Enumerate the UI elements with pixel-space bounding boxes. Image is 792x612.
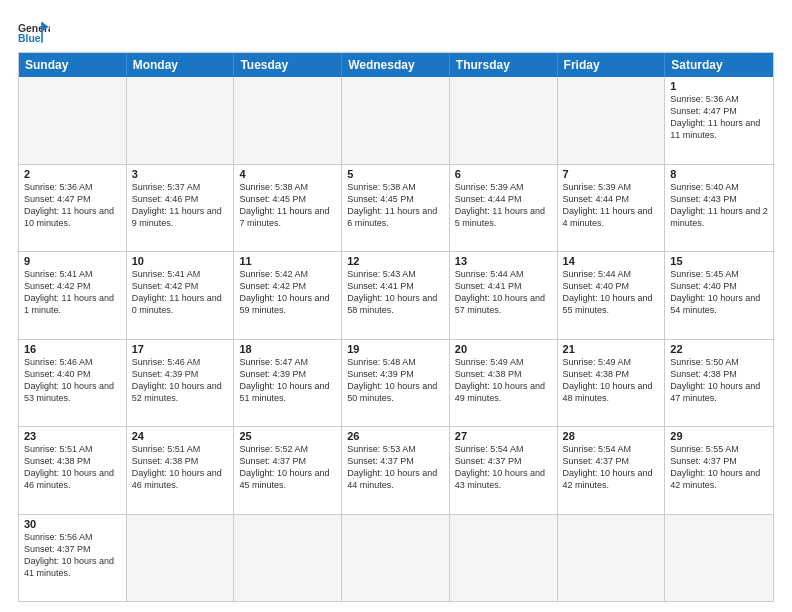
day-info: Sunrise: 5:56 AM Sunset: 4:37 PM Dayligh… (24, 531, 121, 580)
day-number: 11 (239, 255, 336, 267)
header-day-friday: Friday (558, 53, 666, 77)
day-number: 28 (563, 430, 660, 442)
day-number: 9 (24, 255, 121, 267)
header-day-monday: Monday (127, 53, 235, 77)
calendar-day-4: 4Sunrise: 5:38 AM Sunset: 4:45 PM Daylig… (234, 165, 342, 252)
logo: General Blue (18, 20, 50, 48)
day-info: Sunrise: 5:40 AM Sunset: 4:43 PM Dayligh… (670, 181, 768, 230)
calendar-day-24: 24Sunrise: 5:51 AM Sunset: 4:38 PM Dayli… (127, 427, 235, 514)
calendar-header: SundayMondayTuesdayWednesdayThursdayFrid… (19, 53, 773, 77)
calendar-day-17: 17Sunrise: 5:46 AM Sunset: 4:39 PM Dayli… (127, 340, 235, 427)
day-number: 25 (239, 430, 336, 442)
day-number: 17 (132, 343, 229, 355)
calendar-day-16: 16Sunrise: 5:46 AM Sunset: 4:40 PM Dayli… (19, 340, 127, 427)
calendar-empty-cell (558, 515, 666, 602)
day-number: 7 (563, 168, 660, 180)
day-info: Sunrise: 5:41 AM Sunset: 4:42 PM Dayligh… (132, 268, 229, 317)
page: General Blue SundayMondayTuesdayWednesda… (0, 0, 792, 612)
calendar-week-5: 23Sunrise: 5:51 AM Sunset: 4:38 PM Dayli… (19, 427, 773, 515)
day-number: 3 (132, 168, 229, 180)
day-info: Sunrise: 5:36 AM Sunset: 4:47 PM Dayligh… (670, 93, 768, 142)
day-number: 4 (239, 168, 336, 180)
calendar-empty-cell (19, 77, 127, 164)
calendar-day-3: 3Sunrise: 5:37 AM Sunset: 4:46 PM Daylig… (127, 165, 235, 252)
day-info: Sunrise: 5:47 AM Sunset: 4:39 PM Dayligh… (239, 356, 336, 405)
calendar-day-8: 8Sunrise: 5:40 AM Sunset: 4:43 PM Daylig… (665, 165, 773, 252)
calendar-day-27: 27Sunrise: 5:54 AM Sunset: 4:37 PM Dayli… (450, 427, 558, 514)
day-number: 21 (563, 343, 660, 355)
day-info: Sunrise: 5:36 AM Sunset: 4:47 PM Dayligh… (24, 181, 121, 230)
day-number: 13 (455, 255, 552, 267)
calendar-empty-cell (127, 515, 235, 602)
calendar-empty-cell (342, 515, 450, 602)
calendar-day-29: 29Sunrise: 5:55 AM Sunset: 4:37 PM Dayli… (665, 427, 773, 514)
calendar-week-4: 16Sunrise: 5:46 AM Sunset: 4:40 PM Dayli… (19, 340, 773, 428)
day-info: Sunrise: 5:46 AM Sunset: 4:39 PM Dayligh… (132, 356, 229, 405)
calendar-day-26: 26Sunrise: 5:53 AM Sunset: 4:37 PM Dayli… (342, 427, 450, 514)
day-number: 24 (132, 430, 229, 442)
day-info: Sunrise: 5:41 AM Sunset: 4:42 PM Dayligh… (24, 268, 121, 317)
calendar-day-12: 12Sunrise: 5:43 AM Sunset: 4:41 PM Dayli… (342, 252, 450, 339)
calendar-day-15: 15Sunrise: 5:45 AM Sunset: 4:40 PM Dayli… (665, 252, 773, 339)
calendar-day-23: 23Sunrise: 5:51 AM Sunset: 4:38 PM Dayli… (19, 427, 127, 514)
calendar-day-21: 21Sunrise: 5:49 AM Sunset: 4:38 PM Dayli… (558, 340, 666, 427)
day-info: Sunrise: 5:38 AM Sunset: 4:45 PM Dayligh… (347, 181, 444, 230)
day-number: 6 (455, 168, 552, 180)
day-number: 12 (347, 255, 444, 267)
calendar-empty-cell (342, 77, 450, 164)
day-info: Sunrise: 5:54 AM Sunset: 4:37 PM Dayligh… (563, 443, 660, 492)
day-info: Sunrise: 5:51 AM Sunset: 4:38 PM Dayligh… (132, 443, 229, 492)
day-info: Sunrise: 5:46 AM Sunset: 4:40 PM Dayligh… (24, 356, 121, 405)
calendar-empty-cell (558, 77, 666, 164)
calendar-week-1: 1Sunrise: 5:36 AM Sunset: 4:47 PM Daylig… (19, 77, 773, 165)
day-info: Sunrise: 5:39 AM Sunset: 4:44 PM Dayligh… (455, 181, 552, 230)
calendar-day-2: 2Sunrise: 5:36 AM Sunset: 4:47 PM Daylig… (19, 165, 127, 252)
calendar-day-1: 1Sunrise: 5:36 AM Sunset: 4:47 PM Daylig… (665, 77, 773, 164)
day-number: 1 (670, 80, 768, 92)
calendar-day-13: 13Sunrise: 5:44 AM Sunset: 4:41 PM Dayli… (450, 252, 558, 339)
day-number: 2 (24, 168, 121, 180)
calendar-day-11: 11Sunrise: 5:42 AM Sunset: 4:42 PM Dayli… (234, 252, 342, 339)
calendar-empty-cell (234, 77, 342, 164)
calendar-week-3: 9Sunrise: 5:41 AM Sunset: 4:42 PM Daylig… (19, 252, 773, 340)
header-day-sunday: Sunday (19, 53, 127, 77)
calendar-week-2: 2Sunrise: 5:36 AM Sunset: 4:47 PM Daylig… (19, 165, 773, 253)
day-info: Sunrise: 5:49 AM Sunset: 4:38 PM Dayligh… (563, 356, 660, 405)
day-number: 30 (24, 518, 121, 530)
header-day-wednesday: Wednesday (342, 53, 450, 77)
day-info: Sunrise: 5:55 AM Sunset: 4:37 PM Dayligh… (670, 443, 768, 492)
calendar-empty-cell (665, 515, 773, 602)
calendar-day-22: 22Sunrise: 5:50 AM Sunset: 4:38 PM Dayli… (665, 340, 773, 427)
header-day-thursday: Thursday (450, 53, 558, 77)
calendar-body: 1Sunrise: 5:36 AM Sunset: 4:47 PM Daylig… (19, 77, 773, 601)
day-info: Sunrise: 5:38 AM Sunset: 4:45 PM Dayligh… (239, 181, 336, 230)
calendar-empty-cell (450, 77, 558, 164)
day-number: 5 (347, 168, 444, 180)
day-number: 14 (563, 255, 660, 267)
day-info: Sunrise: 5:45 AM Sunset: 4:40 PM Dayligh… (670, 268, 768, 317)
calendar: SundayMondayTuesdayWednesdayThursdayFrid… (18, 52, 774, 602)
calendar-day-9: 9Sunrise: 5:41 AM Sunset: 4:42 PM Daylig… (19, 252, 127, 339)
calendar-day-28: 28Sunrise: 5:54 AM Sunset: 4:37 PM Dayli… (558, 427, 666, 514)
day-number: 18 (239, 343, 336, 355)
day-number: 23 (24, 430, 121, 442)
calendar-empty-cell (234, 515, 342, 602)
calendar-empty-cell (450, 515, 558, 602)
day-info: Sunrise: 5:50 AM Sunset: 4:38 PM Dayligh… (670, 356, 768, 405)
day-number: 19 (347, 343, 444, 355)
calendar-day-10: 10Sunrise: 5:41 AM Sunset: 4:42 PM Dayli… (127, 252, 235, 339)
day-info: Sunrise: 5:49 AM Sunset: 4:38 PM Dayligh… (455, 356, 552, 405)
svg-text:Blue: Blue (18, 33, 41, 44)
day-number: 20 (455, 343, 552, 355)
day-info: Sunrise: 5:54 AM Sunset: 4:37 PM Dayligh… (455, 443, 552, 492)
day-info: Sunrise: 5:37 AM Sunset: 4:46 PM Dayligh… (132, 181, 229, 230)
calendar-day-7: 7Sunrise: 5:39 AM Sunset: 4:44 PM Daylig… (558, 165, 666, 252)
logo-icon: General Blue (18, 20, 50, 48)
calendar-day-6: 6Sunrise: 5:39 AM Sunset: 4:44 PM Daylig… (450, 165, 558, 252)
calendar-day-20: 20Sunrise: 5:49 AM Sunset: 4:38 PM Dayli… (450, 340, 558, 427)
day-number: 26 (347, 430, 444, 442)
day-info: Sunrise: 5:44 AM Sunset: 4:41 PM Dayligh… (455, 268, 552, 317)
day-info: Sunrise: 5:53 AM Sunset: 4:37 PM Dayligh… (347, 443, 444, 492)
day-info: Sunrise: 5:39 AM Sunset: 4:44 PM Dayligh… (563, 181, 660, 230)
header-day-saturday: Saturday (665, 53, 773, 77)
